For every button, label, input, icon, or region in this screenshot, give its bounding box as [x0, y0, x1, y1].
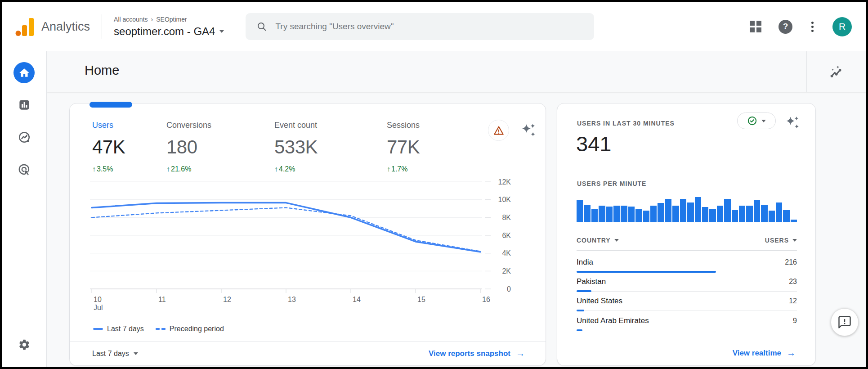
users-per-minute-bar [717, 206, 723, 222]
header-actions: ? R [750, 17, 866, 36]
country-users-value: 9 [793, 317, 797, 325]
users-per-minute-bar [665, 199, 671, 222]
up-arrow-icon: ↑ [274, 165, 278, 173]
country-row: Pakistan23 [577, 272, 797, 292]
realtime-sparkle-button[interactable] [783, 113, 801, 131]
users-per-minute-bar [791, 220, 797, 222]
metric-tab-conversions[interactable]: Conversions180↑21.6% [166, 121, 274, 173]
more-options-icon[interactable] [810, 20, 815, 34]
users-per-minute-bar [709, 209, 716, 222]
svg-text:12K: 12K [498, 178, 511, 186]
users-per-minute-bar [680, 199, 686, 222]
users-per-minute-bar [658, 203, 664, 222]
metric-value: 47K [92, 136, 166, 158]
users-per-minute-bar [739, 206, 745, 222]
sidebar-item-admin[interactable] [2, 338, 46, 351]
users-per-minute-bar [783, 210, 789, 222]
home-overview-card: Users47K↑3.5%Conversions180↑21.6%Event c… [69, 103, 546, 366]
svg-text:11: 11 [158, 296, 166, 303]
users-per-minute-bar [687, 202, 694, 222]
search-input[interactable] [275, 22, 583, 32]
chevron-down-icon [134, 352, 138, 355]
explore-icon [18, 130, 31, 144]
country-table-header: COUNTRY USERS [577, 237, 797, 251]
users-last-30-min-value: 341 [576, 131, 611, 156]
help-icon[interactable]: ? [779, 20, 792, 34]
page-title: Home [85, 63, 119, 78]
svg-text:6K: 6K [502, 232, 511, 239]
users-sort-header[interactable]: USERS [765, 237, 797, 244]
advertising-icon [18, 163, 31, 176]
users-per-minute-bar [628, 207, 635, 222]
property-selector[interactable]: seoptimer.com - GA4 [114, 25, 224, 38]
metric-value: 77K [387, 136, 490, 158]
insights-sparkle-button[interactable] [519, 121, 537, 140]
property-selector-label: seoptimer.com - GA4 [114, 25, 215, 38]
metric-delta: ↑4.2% [274, 165, 387, 173]
users-per-minute-bar [746, 206, 752, 222]
chevron-down-icon [219, 30, 224, 33]
users-per-minute-bar [591, 209, 598, 222]
avatar-initial: R [839, 21, 846, 32]
country-sort-header[interactable]: COUNTRY [577, 237, 619, 244]
sidebar-item-explore[interactable] [2, 130, 46, 144]
legend-label: Preceding period [170, 325, 224, 333]
avatar[interactable]: R [832, 17, 852, 36]
gear-icon [18, 338, 31, 351]
metrics-row: Users47K↑3.5%Conversions180↑21.6%Event c… [92, 121, 490, 173]
sidebar-item-home[interactable] [2, 62, 46, 83]
breadcrumb-scope[interactable]: All accounts [114, 16, 148, 23]
view-reports-snapshot-link[interactable]: View reports snapshot → [429, 348, 525, 359]
data-quality-button[interactable] [488, 120, 509, 141]
account-breadcrumb-block: All accounts › SEOptimer seoptimer.com -… [114, 16, 224, 38]
country-row: India216 [577, 253, 797, 272]
svg-text:13: 13 [288, 296, 296, 303]
summary-card-footer: Last 7 days View reports snapshot → [70, 341, 546, 365]
arrow-right-icon: → [516, 348, 525, 359]
svg-text:2K: 2K [502, 267, 511, 275]
users-per-minute-bar [635, 209, 642, 222]
up-arrow-icon: ↑ [92, 165, 96, 173]
home-icon [13, 62, 35, 83]
sidebar-item-advertising[interactable] [2, 163, 46, 176]
breadcrumb-separator-icon: › [151, 16, 153, 23]
users-per-minute-bar [584, 205, 590, 222]
realtime-card-footer: View realtime → [733, 348, 796, 358]
svg-text:15: 15 [417, 296, 425, 303]
users-per-minute-bar [599, 206, 605, 222]
date-range-selector[interactable]: Last 7 days [92, 350, 138, 358]
google-apps-icon[interactable] [750, 21, 761, 32]
metric-tab-sessions[interactable]: Sessions77K↑1.7% [387, 121, 490, 173]
metric-value: 533K [274, 136, 387, 158]
metric-delta: ↑3.5% [92, 165, 166, 173]
analytics-logo-area[interactable]: Analytics [2, 16, 90, 37]
users-per-minute-chart [577, 193, 797, 222]
link-label: View reports snapshot [429, 349, 510, 358]
metric-value: 180 [166, 136, 274, 158]
metric-delta-value: 21.6% [171, 165, 191, 173]
sidebar-item-reports[interactable] [2, 98, 46, 112]
country-users-value: 12 [789, 297, 797, 305]
realtime-status-button[interactable] [737, 112, 776, 129]
view-realtime-link[interactable]: View realtime → [733, 348, 796, 358]
users-per-minute-bar [577, 200, 583, 222]
users-per-minute-bar [672, 206, 679, 222]
legend-preceding-period: Preceding period [156, 325, 224, 333]
metric-tab-users[interactable]: Users47K↑3.5% [92, 121, 166, 173]
search-bar[interactable] [246, 13, 594, 40]
breadcrumb-property[interactable]: SEOptimer [156, 16, 187, 23]
insights-button[interactable] [827, 63, 845, 81]
users-per-minute-bar [606, 207, 613, 222]
feedback-button[interactable] [831, 308, 859, 336]
realtime-card: USERS IN LAST 30 MINUTES 341 USERS PER M… [557, 103, 816, 366]
sort-caret-icon [614, 239, 619, 242]
header-divider [102, 14, 102, 39]
ga4-dashboard: Analytics All accounts › SEOptimer seopt… [0, 0, 868, 369]
metric-tab-event-count[interactable]: Event count533K↑4.2% [274, 121, 387, 173]
metric-delta-value: 4.2% [279, 165, 295, 173]
chevron-down-icon [761, 120, 766, 122]
svg-text:0: 0 [507, 285, 511, 293]
users-per-minute-bar [754, 200, 760, 222]
arrow-right-icon: → [787, 348, 796, 358]
country-name: United States [577, 297, 622, 306]
